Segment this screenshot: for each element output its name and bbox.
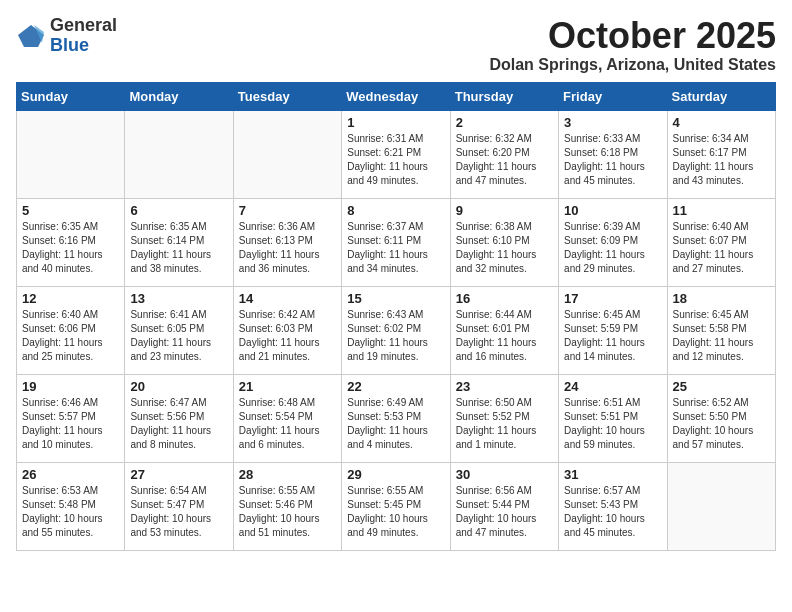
day-number: 4 [673,115,770,130]
day-number: 26 [22,467,119,482]
title-block: October 2025 Dolan Springs, Arizona, Uni… [489,16,776,74]
day-number: 10 [564,203,661,218]
day-info: Sunrise: 6:55 AMSunset: 5:46 PMDaylight:… [239,484,336,540]
calendar-cell: 18Sunrise: 6:45 AMSunset: 5:58 PMDayligh… [667,286,775,374]
weekday-header-wednesday: Wednesday [342,82,450,110]
logo: General Blue [16,16,117,56]
day-number: 23 [456,379,553,394]
day-info: Sunrise: 6:32 AMSunset: 6:20 PMDaylight:… [456,132,553,188]
day-info: Sunrise: 6:37 AMSunset: 6:11 PMDaylight:… [347,220,444,276]
day-number: 5 [22,203,119,218]
day-number: 13 [130,291,227,306]
weekday-header-saturday: Saturday [667,82,775,110]
day-info: Sunrise: 6:54 AMSunset: 5:47 PMDaylight:… [130,484,227,540]
calendar-cell [233,110,341,198]
calendar-cell: 19Sunrise: 6:46 AMSunset: 5:57 PMDayligh… [17,374,125,462]
day-info: Sunrise: 6:35 AMSunset: 6:14 PMDaylight:… [130,220,227,276]
day-number: 12 [22,291,119,306]
calendar-cell: 6Sunrise: 6:35 AMSunset: 6:14 PMDaylight… [125,198,233,286]
day-info: Sunrise: 6:51 AMSunset: 5:51 PMDaylight:… [564,396,661,452]
logo-icon [16,21,46,51]
calendar-cell: 26Sunrise: 6:53 AMSunset: 5:48 PMDayligh… [17,462,125,550]
day-info: Sunrise: 6:35 AMSunset: 6:16 PMDaylight:… [22,220,119,276]
day-info: Sunrise: 6:45 AMSunset: 5:59 PMDaylight:… [564,308,661,364]
calendar-cell: 10Sunrise: 6:39 AMSunset: 6:09 PMDayligh… [559,198,667,286]
weekday-header-monday: Monday [125,82,233,110]
calendar-cell: 28Sunrise: 6:55 AMSunset: 5:46 PMDayligh… [233,462,341,550]
weekday-header-sunday: Sunday [17,82,125,110]
calendar-cell: 4Sunrise: 6:34 AMSunset: 6:17 PMDaylight… [667,110,775,198]
day-info: Sunrise: 6:46 AMSunset: 5:57 PMDaylight:… [22,396,119,452]
day-number: 14 [239,291,336,306]
day-number: 29 [347,467,444,482]
calendar-cell: 23Sunrise: 6:50 AMSunset: 5:52 PMDayligh… [450,374,558,462]
day-info: Sunrise: 6:47 AMSunset: 5:56 PMDaylight:… [130,396,227,452]
day-number: 2 [456,115,553,130]
weekday-header-tuesday: Tuesday [233,82,341,110]
calendar-cell: 9Sunrise: 6:38 AMSunset: 6:10 PMDaylight… [450,198,558,286]
day-number: 24 [564,379,661,394]
week-row-3: 12Sunrise: 6:40 AMSunset: 6:06 PMDayligh… [17,286,776,374]
calendar-cell: 13Sunrise: 6:41 AMSunset: 6:05 PMDayligh… [125,286,233,374]
day-number: 25 [673,379,770,394]
calendar-cell [125,110,233,198]
calendar-cell: 27Sunrise: 6:54 AMSunset: 5:47 PMDayligh… [125,462,233,550]
calendar-cell: 2Sunrise: 6:32 AMSunset: 6:20 PMDaylight… [450,110,558,198]
weekday-header-thursday: Thursday [450,82,558,110]
day-info: Sunrise: 6:34 AMSunset: 6:17 PMDaylight:… [673,132,770,188]
calendar-cell: 30Sunrise: 6:56 AMSunset: 5:44 PMDayligh… [450,462,558,550]
day-number: 11 [673,203,770,218]
day-info: Sunrise: 6:53 AMSunset: 5:48 PMDaylight:… [22,484,119,540]
day-number: 27 [130,467,227,482]
day-number: 18 [673,291,770,306]
day-info: Sunrise: 6:57 AMSunset: 5:43 PMDaylight:… [564,484,661,540]
calendar-cell: 8Sunrise: 6:37 AMSunset: 6:11 PMDaylight… [342,198,450,286]
day-number: 28 [239,467,336,482]
day-info: Sunrise: 6:40 AMSunset: 6:06 PMDaylight:… [22,308,119,364]
day-info: Sunrise: 6:43 AMSunset: 6:02 PMDaylight:… [347,308,444,364]
day-info: Sunrise: 6:33 AMSunset: 6:18 PMDaylight:… [564,132,661,188]
day-number: 19 [22,379,119,394]
day-info: Sunrise: 6:42 AMSunset: 6:03 PMDaylight:… [239,308,336,364]
logo-text: General Blue [50,16,117,56]
weekday-header-friday: Friday [559,82,667,110]
day-number: 30 [456,467,553,482]
calendar-cell: 5Sunrise: 6:35 AMSunset: 6:16 PMDaylight… [17,198,125,286]
day-info: Sunrise: 6:36 AMSunset: 6:13 PMDaylight:… [239,220,336,276]
day-info: Sunrise: 6:44 AMSunset: 6:01 PMDaylight:… [456,308,553,364]
week-row-5: 26Sunrise: 6:53 AMSunset: 5:48 PMDayligh… [17,462,776,550]
day-number: 17 [564,291,661,306]
day-number: 7 [239,203,336,218]
calendar-cell: 20Sunrise: 6:47 AMSunset: 5:56 PMDayligh… [125,374,233,462]
day-info: Sunrise: 6:31 AMSunset: 6:21 PMDaylight:… [347,132,444,188]
day-info: Sunrise: 6:40 AMSunset: 6:07 PMDaylight:… [673,220,770,276]
day-number: 20 [130,379,227,394]
day-info: Sunrise: 6:48 AMSunset: 5:54 PMDaylight:… [239,396,336,452]
logo-blue-text: Blue [50,36,117,56]
day-number: 9 [456,203,553,218]
day-info: Sunrise: 6:45 AMSunset: 5:58 PMDaylight:… [673,308,770,364]
week-row-1: 1Sunrise: 6:31 AMSunset: 6:21 PMDaylight… [17,110,776,198]
calendar-cell: 16Sunrise: 6:44 AMSunset: 6:01 PMDayligh… [450,286,558,374]
day-info: Sunrise: 6:50 AMSunset: 5:52 PMDaylight:… [456,396,553,452]
calendar-cell [667,462,775,550]
day-number: 15 [347,291,444,306]
day-info: Sunrise: 6:38 AMSunset: 6:10 PMDaylight:… [456,220,553,276]
calendar-cell: 31Sunrise: 6:57 AMSunset: 5:43 PMDayligh… [559,462,667,550]
week-row-2: 5Sunrise: 6:35 AMSunset: 6:16 PMDaylight… [17,198,776,286]
day-number: 3 [564,115,661,130]
day-number: 1 [347,115,444,130]
day-number: 22 [347,379,444,394]
day-number: 21 [239,379,336,394]
day-info: Sunrise: 6:39 AMSunset: 6:09 PMDaylight:… [564,220,661,276]
page-header: General Blue October 2025 Dolan Springs,… [16,16,776,74]
day-info: Sunrise: 6:52 AMSunset: 5:50 PMDaylight:… [673,396,770,452]
calendar-cell: 24Sunrise: 6:51 AMSunset: 5:51 PMDayligh… [559,374,667,462]
calendar-cell: 21Sunrise: 6:48 AMSunset: 5:54 PMDayligh… [233,374,341,462]
calendar-cell: 3Sunrise: 6:33 AMSunset: 6:18 PMDaylight… [559,110,667,198]
day-number: 6 [130,203,227,218]
calendar-cell: 22Sunrise: 6:49 AMSunset: 5:53 PMDayligh… [342,374,450,462]
calendar-cell: 29Sunrise: 6:55 AMSunset: 5:45 PMDayligh… [342,462,450,550]
day-number: 31 [564,467,661,482]
calendar-cell: 7Sunrise: 6:36 AMSunset: 6:13 PMDaylight… [233,198,341,286]
